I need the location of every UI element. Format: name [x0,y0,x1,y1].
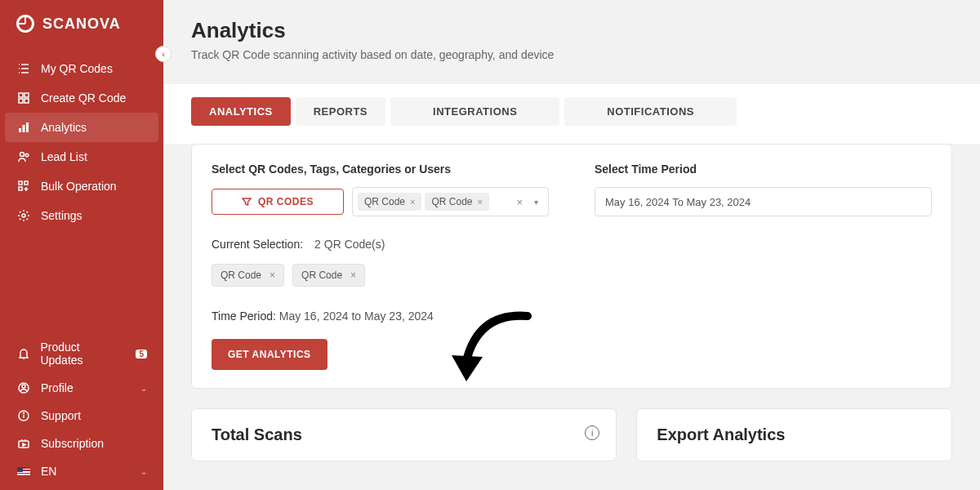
nav-label: Create QR Code [41,91,126,105]
nav-profile[interactable]: Profile⌄ [0,374,163,402]
svg-point-13 [20,153,24,157]
nav-language[interactable]: EN⌄ [0,457,163,485]
info-icon [16,409,31,422]
nav-label: Product Updates [40,341,122,367]
grid-icon [16,91,31,105]
svg-point-14 [25,154,29,157]
lang-label: EN [41,465,56,478]
nav-label: Settings [41,209,82,222]
svg-rect-11 [23,125,25,132]
card-title: Total Scans [212,425,596,444]
remove-chip-icon[interactable]: × [410,197,415,207]
svg-point-20 [22,214,25,217]
remove-chip-icon[interactable]: × [270,270,275,281]
tab-analytics[interactable]: ANALYTICS [191,97,291,126]
nav-label: Subscription [41,437,104,450]
filter-panel: Select QR Codes, Tags, Categories or Use… [191,144,952,389]
list-icon [16,62,31,75]
bell-icon [16,347,30,360]
updates-badge: 5 [136,350,147,359]
qr-button-label: QR CODES [258,196,314,207]
nav-analytics[interactable]: Analytics [5,113,158,142]
clear-all-icon[interactable]: × [513,196,526,208]
sidebar: SCANOVA ‹ My QR Codes Create QR Code Ana… [0,0,163,490]
nav-lead-list[interactable]: Lead List [0,142,163,172]
selection-chip: QR Code× [212,264,284,287]
nav-label: Lead List [41,150,87,163]
svg-rect-15 [19,181,22,185]
time-period-value: May 16, 2024 to May 23, 2024 [279,310,434,323]
main-nav: My QR Codes Create QR Code Analytics Lea… [0,47,163,230]
time-period-label: Time Period: [212,310,276,323]
svg-rect-17 [19,187,22,190]
nav-label: Support [41,409,81,422]
svg-rect-9 [24,99,29,103]
tab-integrations[interactable]: INTEGRATIONS [390,97,559,126]
nav-label: Bulk Operation [41,180,117,193]
grid-plus-icon [16,180,31,193]
nav-label: My QR Codes [41,62,113,75]
svg-rect-16 [24,181,28,185]
tab-notifications[interactable]: NOTIFICATIONS [564,97,737,126]
selected-chip: QR Code× [425,193,488,211]
total-scans-card: Total Scans i [191,408,617,461]
chart-icon [16,121,31,134]
time-select-label: Select Time Period [595,163,932,176]
brand-logo[interactable]: SCANOVA [0,0,163,47]
page-title: Analytics [191,18,952,43]
main-content: Analytics Track QR Code scanning activit… [163,0,980,490]
remove-chip-icon[interactable]: × [478,197,483,207]
card-title: Export Analytics [657,425,932,444]
bottom-nav: Product Updates5 Profile⌄ Support Subscr… [0,333,163,490]
svg-marker-29 [23,443,25,446]
date-range-input[interactable]: May 16, 2024 To May 23, 2024 [595,187,932,216]
gear-icon [16,209,31,222]
page-header: Analytics Track QR Code scanning activit… [163,0,980,84]
svg-rect-6 [19,93,23,97]
tab-reports[interactable]: REPORTS [296,97,385,126]
flag-icon [16,467,31,476]
people-icon [16,150,31,163]
target-icon [16,15,34,33]
svg-rect-7 [24,93,29,97]
nav-product-updates[interactable]: Product Updates5 [0,333,163,374]
chevron-down-icon: ⌄ [140,467,147,476]
svg-point-25 [24,413,24,414]
svg-rect-8 [19,99,23,103]
svg-rect-10 [19,128,21,132]
nav-my-qr-codes[interactable]: My QR Codes [0,54,163,83]
svg-rect-12 [26,122,29,132]
subscription-icon [16,437,31,450]
page-subtitle: Track QR Code scanning activity based on… [191,48,952,61]
tab-bar: ANALYTICS REPORTS INTEGRATIONS NOTIFICAT… [163,84,980,144]
brand-name: SCANOVA [42,16,121,33]
nav-settings[interactable]: Settings [0,201,163,230]
svg-marker-30 [452,355,483,381]
qr-multiselect[interactable]: QR Code× QR Code× × ▾ [352,187,549,216]
svg-point-22 [22,385,25,388]
nav-bulk-operation[interactable]: Bulk Operation [0,172,163,201]
selection-chip: QR Code× [292,264,365,287]
nav-support[interactable]: Support [0,402,163,430]
chevron-down-icon[interactable]: ▾ [529,198,543,207]
current-selection-value: 2 QR Code(s) [314,238,385,251]
qr-select-label: Select QR Codes, Tags, Categories or Use… [212,163,549,176]
filter-icon [242,197,252,207]
export-analytics-card: Export Analytics [636,408,952,461]
selected-chip: QR Code× [358,193,421,211]
collapse-sidebar-button[interactable]: ‹ [155,46,172,62]
chevron-down-icon: ⌄ [140,384,147,393]
remove-chip-icon[interactable]: × [350,270,356,281]
nav-label: Analytics [41,121,87,134]
nav-subscription[interactable]: Subscription [0,430,163,457]
profile-icon [16,381,31,394]
qr-codes-button[interactable]: QR CODES [212,189,344,215]
info-icon[interactable]: i [585,425,599,440]
get-analytics-button[interactable]: GET ANALYTICS [212,339,327,370]
nav-create-qr[interactable]: Create QR Code [0,83,163,113]
nav-label: Profile [41,381,74,394]
current-selection-label: Current Selection: [212,238,303,251]
